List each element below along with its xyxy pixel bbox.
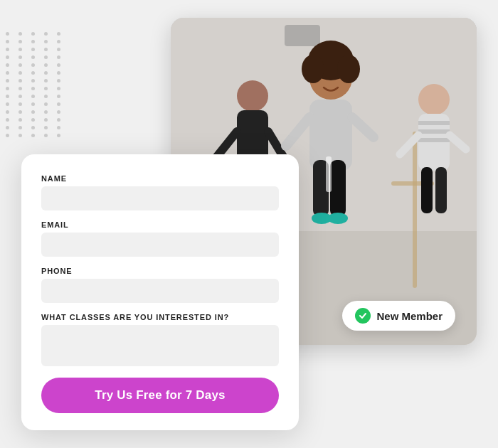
svg-rect-25 bbox=[418, 121, 450, 125]
classes-label: WHAT CLASSES ARE YOU INTERESTED IN? bbox=[41, 313, 279, 321]
email-input[interactable] bbox=[41, 233, 279, 257]
email-label: EMAIL bbox=[41, 220, 279, 229]
svg-rect-26 bbox=[418, 129, 450, 134]
svg-point-23 bbox=[418, 84, 450, 115]
svg-point-14 bbox=[337, 55, 360, 83]
cta-button[interactable]: Try Us Free for 7 Days bbox=[41, 378, 279, 413]
classes-input[interactable] bbox=[41, 325, 279, 366]
svg-rect-4 bbox=[285, 25, 320, 46]
classes-field-group: WHAT CLASSES ARE YOU INTERESTED IN? bbox=[41, 313, 279, 366]
svg-rect-18 bbox=[326, 156, 332, 192]
scene: New Member NAME EMAIL PHONE WHAT CLASSES… bbox=[21, 18, 477, 430]
name-field-group: NAME bbox=[41, 174, 279, 210]
phone-input[interactable] bbox=[41, 279, 279, 303]
svg-rect-28 bbox=[421, 167, 433, 213]
svg-point-13 bbox=[302, 55, 324, 83]
form-card: NAME EMAIL PHONE WHAT CLASSES ARE YOU IN… bbox=[21, 154, 299, 430]
email-field-group: EMAIL bbox=[41, 220, 279, 257]
check-circle-icon bbox=[355, 308, 371, 324]
phone-label: PHONE bbox=[41, 267, 279, 275]
notification-text: New Member bbox=[376, 310, 443, 322]
svg-rect-17 bbox=[330, 160, 346, 217]
notification-badge: New Member bbox=[342, 301, 455, 331]
dot-pattern bbox=[0, 32, 57, 146]
svg-rect-29 bbox=[435, 167, 447, 213]
name-input[interactable] bbox=[41, 186, 279, 210]
svg-point-22 bbox=[328, 213, 348, 224]
svg-rect-27 bbox=[418, 138, 450, 142]
name-label: NAME bbox=[41, 174, 279, 183]
svg-rect-2 bbox=[413, 132, 417, 288]
svg-point-5 bbox=[237, 80, 268, 112]
phone-field-group: PHONE bbox=[41, 267, 279, 303]
